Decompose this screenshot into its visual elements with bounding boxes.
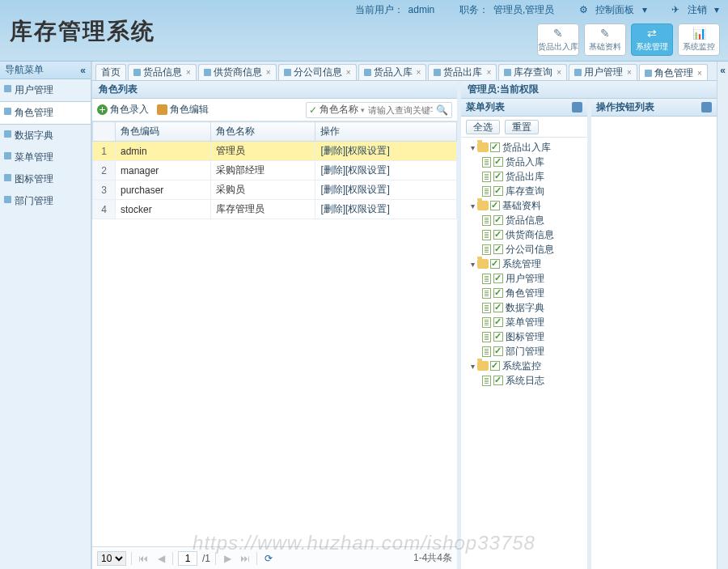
nav-item[interactable]: 用户管理	[0, 79, 91, 101]
module-button[interactable]: ✎货品出入库	[537, 23, 579, 56]
tree-folder[interactable]: ▾系统管理	[464, 257, 584, 271]
current-role[interactable]: 管理员,管理员	[493, 4, 554, 15]
search-input[interactable]	[368, 105, 433, 115]
checkbox[interactable]	[493, 274, 503, 283]
checkbox[interactable]	[493, 303, 503, 312]
tree-leaf[interactable]: 供货商信息	[464, 227, 584, 242]
table-row[interactable]: 2manager采购部经理[删除][权限设置]	[93, 161, 457, 180]
col-name[interactable]: 角色名称	[210, 122, 315, 142]
select-all-button[interactable]: 全选	[466, 120, 500, 134]
checkbox[interactable]	[493, 288, 503, 298]
cell-actions[interactable]: [删除][权限设置]	[315, 161, 457, 180]
checkbox[interactable]	[493, 230, 503, 240]
cell-actions[interactable]: [删除][权限设置]	[315, 180, 457, 200]
pager-first[interactable]: ⏮	[137, 552, 150, 565]
tree-folder[interactable]: ▾系统监控	[464, 359, 584, 373]
nav-item[interactable]: 菜单管理	[0, 146, 91, 168]
close-icon[interactable]: ×	[627, 68, 632, 77]
collapse-right-icon[interactable]: «	[720, 65, 726, 76]
tree-folder[interactable]: ▾货品出入库	[464, 140, 584, 155]
pager-prev[interactable]: ◀	[154, 552, 167, 565]
pager-last[interactable]: ⏭	[239, 552, 252, 565]
collapse-nav-icon[interactable]: «	[80, 65, 86, 76]
checkbox[interactable]	[493, 317, 503, 327]
tree-leaf[interactable]: 货品信息	[464, 213, 584, 227]
close-icon[interactable]: ×	[266, 68, 271, 77]
checkbox[interactable]	[493, 186, 503, 196]
checkbox[interactable]	[490, 142, 500, 152]
tree-leaf[interactable]: 分公司信息	[464, 242, 584, 257]
search-field-label[interactable]: 角色名称	[320, 103, 358, 117]
tree-leaf[interactable]: 库存查询	[464, 184, 584, 198]
reset-button[interactable]: 重置	[505, 120, 539, 134]
checkbox[interactable]	[490, 361, 500, 371]
tree-leaf[interactable]: 货品出库	[464, 169, 584, 184]
nav-item[interactable]: 图标管理	[0, 168, 91, 190]
checkbox[interactable]	[493, 346, 503, 356]
close-icon[interactable]: ×	[557, 68, 561, 77]
tree-leaf[interactable]: 系统日志	[464, 373, 584, 388]
tree-leaf[interactable]: 数据字典	[464, 300, 584, 315]
tab[interactable]: 库存查询×	[498, 64, 567, 80]
tab[interactable]: 货品信息×	[128, 64, 197, 80]
checkbox[interactable]	[493, 157, 503, 167]
cell-actions[interactable]: [删除][权限设置]	[315, 200, 457, 219]
save-icon[interactable]	[701, 102, 712, 113]
tab-icon	[645, 70, 652, 77]
role-edit-button[interactable]: 角色编辑	[157, 103, 209, 117]
chevron-down-icon[interactable]: ▾	[361, 106, 365, 114]
checkbox[interactable]	[493, 376, 503, 385]
tab[interactable]: 用户管理×	[569, 64, 637, 80]
tab[interactable]: 货品入库×	[358, 64, 427, 80]
close-icon[interactable]: ×	[697, 69, 702, 78]
tree-leaf[interactable]: 部门管理	[464, 344, 584, 359]
module-button[interactable]: ⇄系统管理	[631, 23, 673, 56]
table-row[interactable]: 1admin管理员[删除][权限设置]	[93, 142, 457, 161]
current-user[interactable]: admin	[408, 4, 435, 15]
pager-refresh[interactable]: ⟳	[262, 552, 275, 565]
nav-item[interactable]: 角色管理	[0, 101, 91, 125]
search-icon[interactable]: 🔍	[436, 104, 448, 116]
checkbox[interactable]	[490, 259, 500, 269]
table-row[interactable]: 4stocker库存管理员[删除][权限设置]	[93, 200, 457, 219]
checkbox[interactable]	[493, 244, 503, 254]
tree-leaf[interactable]: 图标管理	[464, 329, 584, 344]
close-icon[interactable]: ×	[417, 68, 421, 77]
tree-leaf[interactable]: 角色管理	[464, 286, 584, 300]
tab[interactable]: 首页	[95, 64, 126, 80]
role-add-button[interactable]: 角色录入	[97, 103, 149, 117]
tree-leaf[interactable]: 菜单管理	[464, 315, 584, 329]
cell-actions[interactable]: [删除][权限设置]	[315, 142, 457, 161]
tree-leaf[interactable]: 货品入库	[464, 155, 584, 169]
page-size-select[interactable]: 10	[97, 551, 126, 566]
tab[interactable]: 角色管理×	[639, 64, 708, 81]
logout-link[interactable]: 注销	[688, 4, 707, 15]
checkbox[interactable]	[490, 201, 500, 210]
tab[interactable]: 分公司信息×	[278, 64, 357, 80]
collapse-icon[interactable]: ▾	[468, 143, 477, 152]
module-button[interactable]: 📊系统监控	[678, 23, 720, 56]
module-button[interactable]: ✎基础资料	[584, 23, 626, 56]
nav-item[interactable]: 数据字典	[0, 125, 91, 146]
collapse-icon[interactable]: ▾	[468, 260, 477, 269]
tab[interactable]: 供货商信息×	[198, 64, 277, 80]
checkbox[interactable]	[493, 215, 503, 225]
close-icon[interactable]: ×	[486, 68, 491, 77]
close-icon[interactable]: ×	[346, 68, 351, 77]
control-panel-link[interactable]: 控制面板	[595, 4, 634, 15]
close-icon[interactable]: ×	[186, 68, 191, 77]
collapse-icon[interactable]: ▾	[468, 202, 477, 210]
tree-folder[interactable]: ▾基础资料	[464, 198, 584, 213]
save-icon[interactable]	[572, 102, 582, 113]
nav-item[interactable]: 部门管理	[0, 190, 91, 212]
collapse-icon[interactable]: ▾	[468, 362, 477, 371]
col-op[interactable]: 操作	[315, 122, 457, 142]
tab[interactable]: 货品出库×	[428, 64, 497, 80]
pager-next[interactable]: ▶	[221, 552, 234, 565]
pager-page-input[interactable]	[178, 551, 197, 566]
col-code[interactable]: 角色编码	[116, 122, 211, 142]
tree-leaf[interactable]: 用户管理	[464, 271, 584, 286]
checkbox[interactable]	[493, 172, 503, 181]
checkbox[interactable]	[493, 332, 503, 342]
table-row[interactable]: 3purchaser采购员[删除][权限设置]	[93, 180, 457, 200]
